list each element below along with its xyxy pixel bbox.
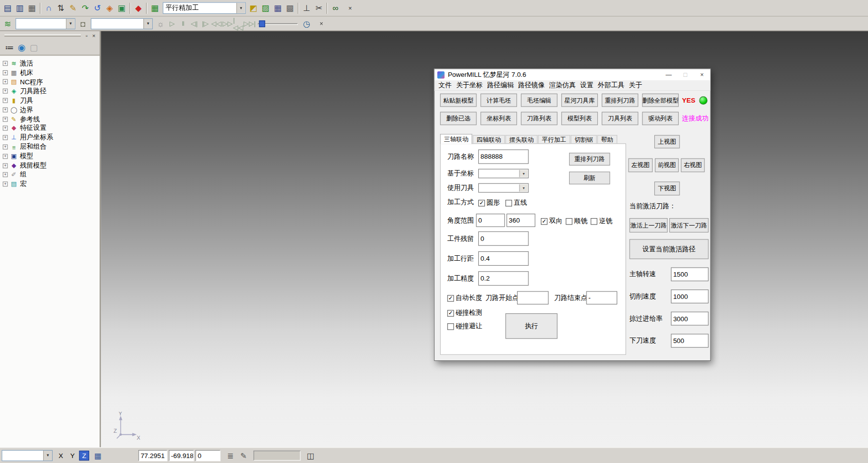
auto-length-checkbox[interactable]: ✓ 自动长度: [447, 293, 482, 303]
angle-from-input[interactable]: 0: [476, 214, 505, 227]
menu-item[interactable]: 渲染仿真: [547, 80, 578, 90]
measure-icon[interactable]: ✂: [313, 2, 325, 14]
action-button[interactable]: 星河刀具库: [561, 94, 598, 107]
magnet-snap-icon[interactable]: ∩: [43, 2, 55, 14]
toolbar-close-icon[interactable]: ×: [346, 4, 354, 12]
axis-x-button[interactable]: X: [56, 450, 66, 460]
strategy-table-icon[interactable]: ▦: [149, 2, 161, 14]
tree-expander-icon[interactable]: +: [3, 70, 8, 75]
dialog-tab[interactable]: 三轴联动: [440, 134, 472, 144]
tree-expander-icon[interactable]: +: [3, 116, 8, 121]
tree-item-patterns[interactable]: +✎参考线: [0, 115, 100, 124]
action-button[interactable]: 删除已选: [440, 112, 477, 125]
go-start-button[interactable]: |◁◁: [233, 18, 244, 29]
collision-check-icon[interactable]: ◆: [132, 2, 145, 14]
action-button[interactable]: 粘贴新模型: [440, 94, 477, 107]
execute-button[interactable]: 执行: [506, 313, 558, 339]
tree-item-workplanes[interactable]: +⊥用户坐标系: [0, 133, 100, 142]
checkbox-option[interactable]: 直线: [506, 198, 527, 208]
tree-expander-icon[interactable]: +: [3, 173, 8, 177]
action-button[interactable]: 模型列表: [561, 112, 598, 125]
list-icon[interactable]: ≣: [225, 450, 235, 461]
tree-expander-icon[interactable]: +: [3, 182, 8, 187]
menu-item[interactable]: 外部工具: [596, 80, 627, 90]
close-panel-icon[interactable]: ×: [90, 32, 98, 39]
front-view-button[interactable]: 前视图: [655, 158, 679, 172]
dialog-tab[interactable]: 帮助: [597, 135, 617, 144]
globe-icon[interactable]: ◉: [15, 41, 28, 54]
dual-view-icon[interactable]: ◫: [305, 450, 316, 461]
action-button[interactable]: 驱动列表: [642, 112, 679, 125]
dialog-tab[interactable]: 切割锯: [571, 135, 596, 144]
transform-icon[interactable]: ◈: [104, 2, 116, 14]
feed-input[interactable]: 1000: [671, 289, 708, 303]
simulation-tool-combo[interactable]: ▾: [91, 18, 153, 29]
maximize-icon[interactable]: □: [677, 69, 694, 80]
tree-item-groups[interactable]: +✐组: [0, 170, 100, 179]
stepover-input[interactable]: 0.4: [478, 251, 529, 266]
rearrange-toolpaths-button[interactable]: 重排列刀路: [569, 153, 610, 166]
feed-input[interactable]: 1500: [671, 267, 708, 281]
tree-expander-icon[interactable]: +: [3, 98, 8, 103]
dialog-tab[interactable]: 平行加工: [538, 135, 570, 144]
tree-expander-icon[interactable]: +: [3, 61, 8, 66]
collision-avoid-checkbox[interactable]: 碰撞避让: [447, 322, 482, 331]
activate-prev-button[interactable]: 激活上一刀路: [630, 218, 668, 232]
tree-item-stock-models[interactable]: +◆残留模型: [0, 161, 100, 171]
minimize-icon[interactable]: —: [660, 69, 677, 80]
action-button[interactable]: 刀具列表: [602, 112, 638, 125]
action-button[interactable]: 计算毛坯: [480, 94, 517, 107]
status-combo[interactable]: ▾: [1, 450, 53, 461]
print-icon[interactable]: ▦: [26, 2, 38, 14]
strategy-combo[interactable]: 平行精加工 ▾: [163, 2, 246, 13]
save-project-icon[interactable]: ▥: [14, 2, 26, 14]
checkbox-option[interactable]: 逆铣: [591, 217, 613, 226]
explorer-tree-icon[interactable]: ≔: [3, 41, 16, 54]
tree-item-toolpaths[interactable]: +◈刀具路径: [0, 87, 100, 96]
grid-toggle-icon[interactable]: ▦: [92, 450, 103, 461]
curve-editor-icon[interactable]: ✎: [67, 2, 79, 14]
float-panel-icon[interactable]: ▫: [83, 32, 91, 39]
tree-expander-icon[interactable]: +: [3, 89, 8, 94]
action-button[interactable]: 重排列刀路: [602, 94, 638, 107]
checkbox-option[interactable]: ✓圆形: [478, 198, 500, 208]
dialog-titlebar[interactable]: PowerMILL 忆梦星河 7.0.6 — □ ×: [435, 69, 710, 80]
set-active-path-button[interactable]: 设置当前激活路径: [630, 239, 709, 259]
tree-item-tools[interactable]: +▮刀具: [0, 96, 100, 105]
simulation-speed-slider[interactable]: [258, 18, 297, 28]
start-point-input[interactable]: [517, 291, 549, 304]
keypad-icon[interactable]: ▩: [284, 2, 296, 14]
feed-input[interactable]: 500: [671, 334, 708, 347]
tree-item-feature-sets[interactable]: +◆特征设置: [0, 124, 100, 133]
simulation-speed-icon[interactable]: ◷: [300, 17, 313, 30]
action-button[interactable]: 删除全部模型: [642, 94, 679, 107]
checkbox-option[interactable]: ✓双向: [541, 217, 563, 226]
boundary-edit-icon[interactable]: ↺: [91, 2, 104, 14]
shade-icon[interactable]: ☼: [155, 17, 167, 30]
tree-expander-icon[interactable]: +: [3, 163, 8, 168]
menu-item[interactable]: 关于: [627, 80, 644, 90]
tree-expander-icon[interactable]: +: [3, 135, 8, 140]
z-height-icon[interactable]: ⇅: [55, 2, 67, 14]
top-view-button[interactable]: 上视图: [654, 135, 680, 148]
block-edit-icon[interactable]: ▨: [260, 2, 272, 14]
rewind-button[interactable]: ◁◁: [211, 18, 222, 29]
end-point-input[interactable]: -: [586, 291, 618, 304]
bottom-view-button[interactable]: 下视图: [654, 181, 680, 195]
dialog-tab[interactable]: 四轴联动: [473, 135, 505, 144]
feed-input[interactable]: 3000: [671, 312, 708, 326]
action-button[interactable]: 坐标列表: [480, 112, 517, 125]
tree-item-nc-programs[interactable]: +▤NC程序: [0, 77, 100, 87]
left-view-button[interactable]: 左视图: [628, 158, 652, 172]
coordinate-y-input[interactable]: -69.918: [169, 450, 194, 461]
drag-handle-icon[interactable]: [4, 34, 81, 36]
simulation-toolpath-combo[interactable]: ▾: [15, 18, 75, 29]
open-project-icon[interactable]: ▤: [1, 2, 14, 14]
block-icon[interactable]: ▣: [116, 2, 128, 14]
play-button[interactable]: ▷: [167, 18, 177, 29]
step-forward-button[interactable]: |▷: [200, 18, 211, 29]
menu-item[interactable]: 路径镜像: [516, 80, 547, 90]
toolbar-toggle-icon[interactable]: ◩: [247, 2, 260, 14]
axis-z-button[interactable]: Z: [79, 450, 89, 460]
dialog-tab[interactable]: 摆头联动: [506, 135, 538, 144]
